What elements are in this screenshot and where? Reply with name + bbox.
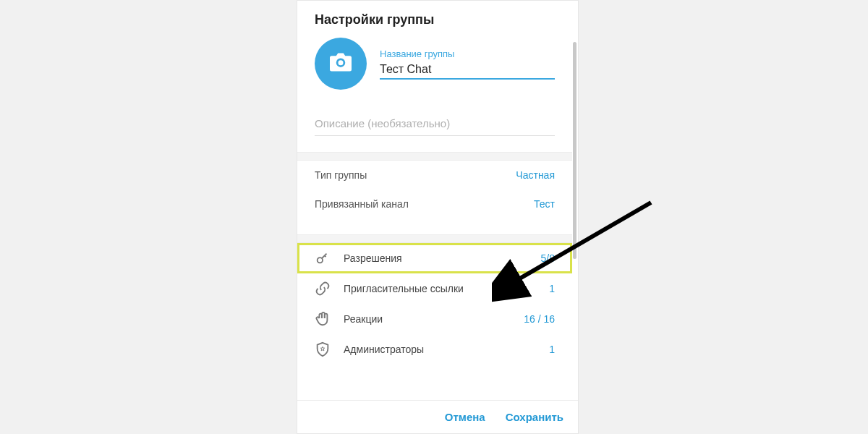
invite-links-count: 1 — [549, 283, 555, 294]
scrollbar[interactable] — [573, 42, 576, 259]
wave-icon — [315, 311, 331, 327]
permissions-row[interactable]: Разрешения 5/8 — [297, 243, 572, 273]
reactions-label: Реакции — [344, 313, 524, 325]
group-type-value: Частная — [516, 169, 555, 181]
invite-links-label: Пригласительные ссылки — [344, 283, 549, 294]
group-settings-dialog: Настройки группы Название группы Тип гру… — [297, 0, 579, 434]
reactions-row[interactable]: Реакции 16 / 16 — [297, 304, 572, 334]
shield-star-icon — [315, 341, 331, 357]
group-name-input[interactable] — [380, 61, 555, 80]
invite-links-row[interactable]: Пригласительные ссылки 1 — [297, 273, 572, 304]
group-name-field[interactable]: Название группы — [380, 48, 555, 80]
dialog-body: Название группы Тип группы Частная Привя… — [297, 35, 578, 400]
admins-count: 1 — [549, 344, 555, 355]
group-type-row[interactable]: Тип группы Частная — [297, 161, 572, 190]
admins-row[interactable]: Администраторы 1 — [297, 334, 572, 365]
section-divider-2 — [297, 234, 572, 243]
svg-point-0 — [318, 258, 323, 263]
permissions-label: Разрешения — [344, 252, 541, 264]
admins-label: Администраторы — [344, 344, 549, 355]
group-name-label: Название группы — [380, 48, 555, 59]
linked-channel-row[interactable]: Привязанный канал Тест — [297, 190, 572, 218]
linked-channel-label: Привязанный канал — [315, 198, 409, 210]
save-button[interactable]: Сохранить — [506, 411, 563, 423]
camera-icon — [330, 53, 352, 75]
dialog-footer: Отмена Сохранить — [297, 400, 578, 433]
key-icon — [315, 250, 331, 266]
cancel-button[interactable]: Отмена — [445, 411, 485, 423]
description-input[interactable] — [315, 111, 555, 136]
permissions-count: 5/8 — [541, 252, 555, 264]
group-photo-button[interactable] — [315, 38, 367, 90]
linked-channel-value: Тест — [534, 198, 555, 210]
reactions-count: 16 / 16 — [524, 313, 555, 325]
section-divider — [297, 152, 572, 161]
dialog-title: Настройки группы — [297, 1, 578, 35]
group-type-label: Тип группы — [315, 169, 367, 181]
link-icon — [315, 281, 331, 297]
description-row — [297, 111, 572, 136]
group-header-row: Название группы — [297, 35, 572, 90]
